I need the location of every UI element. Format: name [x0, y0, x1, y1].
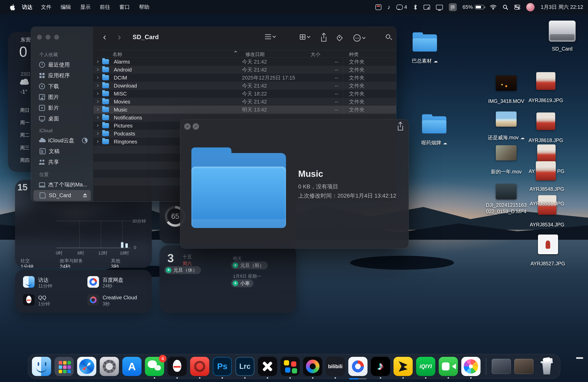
desktop-icon-label[interactable]: 巴总素材 [412, 57, 438, 64]
table-row[interactable]: ›Alarms今天 21:42--文件夹 [93, 58, 396, 66]
desktop-icon-label[interactable]: 022_0159_D.MP4 [486, 209, 526, 214]
dock-red-media-app-icon[interactable] [190, 357, 210, 376]
dock-launchpad-icon[interactable] [55, 357, 74, 376]
group-by-button[interactable] [300, 34, 310, 39]
sidebar-item-sdcard[interactable]: SD_Card [33, 190, 91, 201]
video-thumbnail[interactable] [496, 112, 517, 127]
minimized-window-thumbnail[interactable] [492, 359, 511, 374]
control-center-icon[interactable] [511, 0, 523, 14]
dock-facetime-icon[interactable] [439, 357, 458, 376]
calendar-status-icon[interactable] [372, 0, 384, 14]
sidebar-item-this-mac[interactable]: 杰了个瑞的Ma... [33, 179, 91, 190]
app-usage-widget[interactable]: 访达 11分钟 百度网盘 24秒 QQ 1分钟 Creative Cloud 3… [15, 270, 152, 313]
close-panel-button[interactable]: × [184, 123, 190, 130]
desktop-icon-label-partial[interactable]: PG [557, 169, 564, 174]
column-header-date[interactable]: 修改日期 [245, 51, 265, 57]
apple-menu[interactable] [7, 0, 18, 14]
desktop-icon-label[interactable]: 新的一年.mov [491, 169, 522, 175]
desktop-icon-label[interactable]: SD_Card [552, 46, 573, 52]
desktop-icon-label-partial[interactable]: AY [529, 169, 535, 174]
table-row[interactable]: ›MISC今天 18:22--文件夹 [93, 90, 396, 98]
minimized-window-thumbnail[interactable] [514, 359, 534, 374]
dock-safari-icon[interactable] [77, 357, 96, 376]
dock-iqiyi-icon[interactable]: iQIYI [416, 357, 435, 376]
dock-trash-icon[interactable] [537, 357, 556, 376]
desktop-icon-sdcard-drive[interactable] [549, 20, 576, 42]
video-thumbnail[interactable] [496, 145, 517, 160]
search-button[interactable] [386, 34, 390, 39]
column-header-kind[interactable]: 种类 [349, 51, 358, 57]
sidebar-item-recents[interactable]: 最近使用 [33, 59, 91, 70]
table-row[interactable]: ›DCIM2025年12月25日 17:15--文件夹 [93, 74, 396, 82]
user-avatar[interactable] [523, 0, 538, 14]
desktop-icon-label[interactable]: IMG_3418.MOV [488, 98, 525, 104]
photo-thumbnail[interactable] [536, 161, 556, 180]
wifi-icon[interactable] [487, 0, 500, 14]
column-header-size[interactable]: 大小 [311, 51, 320, 57]
dock-photos-icon[interactable] [462, 357, 481, 376]
menu-help[interactable]: 帮助 [134, 4, 154, 11]
menu-bar-clock[interactable]: 1月3日 周六 22:12 [538, 4, 583, 11]
zoom-window-button[interactable] [54, 35, 59, 39]
sidebar-item-icloud-drive[interactable]: iCloud云盘 [33, 135, 91, 146]
desktop-icon-label[interactable]: AYRJ8548.JPG [529, 186, 564, 192]
forward-button[interactable]: › [118, 31, 121, 42]
battery-status[interactable]: 65% [460, 4, 487, 10]
menu-app-name[interactable]: 访达 [18, 4, 36, 11]
desktop-icon-label[interactable]: 还是威海.mov [488, 134, 525, 141]
share-button[interactable] [321, 34, 326, 41]
sidebar-item-downloads[interactable]: 下载 [33, 81, 91, 92]
tags-button[interactable] [337, 36, 342, 40]
sidebar-item-movies[interactable]: 影片 [33, 102, 91, 113]
sidebar-item-pictures[interactable]: 图片 [33, 92, 91, 102]
eject-icon[interactable] [83, 193, 88, 198]
dock-app-store-icon[interactable]: A [122, 357, 142, 376]
photo-thumbnail[interactable] [536, 113, 555, 130]
screen-mirroring-icon[interactable] [420, 0, 433, 14]
desktop-icon-label[interactable]: AYRJ8534.JPG [530, 222, 564, 228]
video-thumbnail[interactable] [496, 184, 517, 199]
dock-lightroom-classic-icon[interactable]: Lrc [235, 357, 255, 376]
menu-view[interactable]: 显示 [76, 4, 95, 11]
desktop-icon-folder[interactable] [422, 114, 446, 134]
calendar-widget[interactable]: 3 十五 周六 元旦（休） 明天 元旦（班） 1月5日 星期一 小寒 [159, 245, 296, 313]
tiktok-status-icon[interactable]: ♪ [384, 0, 393, 14]
bluetooth-icon[interactable] [410, 0, 420, 14]
calendar-event-next[interactable]: 小寒 [231, 279, 253, 287]
list-view-button[interactable] [265, 34, 275, 39]
get-info-panel[interactable]: × Music 0 KB，没有项目 上次修改时间：2026年1月4日 13:42… [180, 119, 409, 248]
calendar-event-today[interactable]: 元旦（休） [164, 266, 201, 274]
desktop-icon-folder[interactable] [413, 32, 437, 52]
wechat-status-icon[interactable]: 4 [393, 0, 410, 14]
dock-system-settings-icon[interactable] [100, 357, 119, 376]
dock-capcut-icon[interactable] [258, 357, 277, 376]
dock-photoshop-icon[interactable]: Ps [213, 357, 232, 376]
dock-qq-icon[interactable] [168, 357, 187, 376]
photo-thumbnail[interactable] [538, 234, 558, 254]
desktop-icon-label[interactable]: AYRJ8551.JPG [530, 201, 564, 207]
minimize-window-button[interactable] [46, 35, 50, 39]
dock-bilibili-icon[interactable]: bilibili [326, 357, 345, 376]
desktop-icon-label[interactable]: AYRJ8527.JPG [530, 261, 565, 267]
desktop-icon-label[interactable]: AYRJ8618.JPG [528, 137, 563, 143]
sidebar-item-desktop[interactable]: 桌面 [33, 113, 91, 124]
dock-baidu-netdisk-icon[interactable] [348, 357, 368, 376]
photo-thumbnail[interactable] [537, 144, 556, 162]
close-window-button[interactable] [37, 35, 42, 39]
dock-wechat-icon[interactable]: 4 [145, 357, 164, 376]
sidebar-item-documents[interactable]: 文稿 [33, 146, 91, 157]
input-method-switcher[interactable]: 拼 [446, 0, 460, 14]
table-row[interactable]: ›Android今天 21:42--文件夹 [93, 66, 396, 74]
column-header-name[interactable]: 名称 [113, 51, 122, 57]
calendar-event-tomorrow[interactable]: 元旦（班） [231, 261, 268, 269]
dock-colorful-editor-app-icon[interactable] [281, 357, 300, 376]
menu-edit[interactable]: 编辑 [56, 4, 76, 11]
menu-go[interactable]: 前往 [95, 4, 115, 11]
more-actions-button[interactable] [353, 34, 365, 41]
table-row[interactable]: ›Download今天 21:42--文件夹 [93, 82, 396, 90]
video-thumbnail[interactable] [496, 76, 517, 91]
menu-window[interactable]: 窗口 [115, 4, 134, 11]
table-row[interactable]: ›Movies今天 21:42--文件夹 [93, 98, 396, 106]
desktop-icon-label[interactable]: 喔药烟牌 [421, 139, 447, 146]
sidebar-item-shared[interactable]: 共享 [33, 157, 91, 167]
